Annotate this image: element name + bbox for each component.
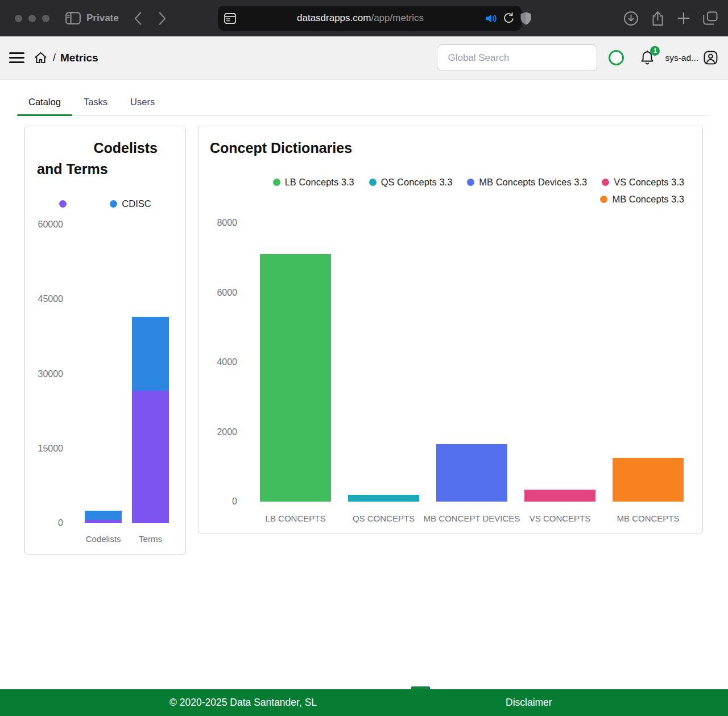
- y-axis-tick: 8000: [217, 218, 237, 228]
- legend-dot-icon: [59, 200, 67, 208]
- legend-dot-icon: [467, 179, 474, 186]
- tab-catalog[interactable]: Catalog: [17, 89, 72, 115]
- bar-column: [85, 511, 122, 523]
- toolbar-right: [623, 0, 718, 36]
- codelists-terms-card: Codelists and Terms CDISC 60000450003000…: [24, 126, 186, 554]
- downloads-icon[interactable]: [623, 11, 639, 26]
- legend-dot-icon: [369, 179, 377, 186]
- y-axis-tick: 60000: [38, 220, 64, 230]
- page: { "browser": { "private_label": "Private…: [0, 0, 728, 716]
- close-window-icon[interactable]: [15, 15, 22, 22]
- url-host: datasdrapps.com: [297, 13, 371, 23]
- legend-item[interactable]: QS Concepts 3.3: [369, 177, 453, 188]
- y-axis-tick: 4000: [217, 357, 237, 367]
- audio-playing-icon[interactable]: [485, 13, 497, 24]
- username-label: sys-ad...: [665, 53, 698, 63]
- share-icon[interactable]: [651, 11, 664, 26]
- bar-segment[interactable]: [132, 391, 169, 523]
- global-search-input[interactable]: [437, 44, 597, 71]
- notifications-button[interactable]: 1: [640, 50, 655, 66]
- legend-dot-icon: [600, 196, 607, 203]
- legend-item[interactable]: [59, 200, 67, 208]
- legend-label: QS Concepts 3.3: [381, 177, 453, 188]
- page-settings-icon[interactable]: [224, 13, 236, 24]
- privacy-shield-icon[interactable]: [520, 11, 532, 26]
- footer: © 2020-2025 Data Santander, SL Disclaime…: [0, 689, 728, 716]
- private-browsing-badge: Private: [86, 13, 119, 24]
- url-path: /app/metrics: [371, 13, 424, 23]
- bar-column: [260, 254, 331, 502]
- forward-icon[interactable]: [158, 11, 167, 26]
- person-icon: [704, 51, 718, 65]
- bar-segment[interactable]: [85, 511, 122, 520]
- minimize-window-icon[interactable]: [28, 15, 36, 22]
- home-icon[interactable]: [34, 51, 47, 64]
- y-axis-tick: 15000: [38, 444, 64, 454]
- chart-title: Codelists and Terms: [37, 138, 158, 180]
- window-controls[interactable]: [15, 15, 49, 22]
- y-axis-tick: 0: [58, 518, 63, 528]
- legend-label: LB Concepts 3.3: [285, 177, 354, 188]
- sidebar-toggle-icon[interactable]: [65, 12, 81, 24]
- bar-column: [348, 495, 419, 502]
- zoom-window-icon[interactable]: [42, 15, 49, 22]
- legend-item[interactable]: LB Concepts 3.3: [273, 177, 354, 188]
- legend-item[interactable]: VS Concepts 3.3: [602, 177, 684, 188]
- bar[interactable]: [613, 458, 684, 502]
- menu-icon[interactable]: [9, 49, 24, 66]
- y-axis-tick: 45000: [38, 294, 64, 304]
- bar-column: [613, 458, 684, 502]
- browser-chrome: Private datasdrapps.com/app/metrics: [0, 0, 728, 36]
- reload-icon[interactable]: [503, 12, 515, 24]
- tab-tasks[interactable]: Tasks: [72, 89, 119, 115]
- user-avatar-button[interactable]: [702, 49, 719, 67]
- legend-label: CDISC: [122, 198, 151, 209]
- x-axis-label: Codelists: [85, 534, 122, 544]
- x-axis-label: QS CONCEPTS: [348, 514, 419, 523]
- plot-area: [245, 223, 692, 502]
- x-axis-label: LB CONCEPTS: [260, 514, 331, 523]
- address-bar[interactable]: datasdrapps.com/app/metrics: [218, 6, 522, 31]
- bar[interactable]: [260, 254, 331, 502]
- x-axis-label: MB CONCEPT DEVICES: [436, 514, 507, 523]
- x-axis-label: MB CONCEPTS: [613, 514, 684, 523]
- y-axis-tick: 2000: [217, 427, 237, 437]
- codelists-terms-chart: 600004500030000150000 CodelistsTerms: [34, 225, 176, 544]
- legend-label: MB Concepts 3.3: [612, 194, 684, 205]
- url-display[interactable]: datasdrapps.com/app/metrics: [236, 13, 485, 24]
- loading-spinner-icon: [609, 50, 624, 65]
- plot-area: [85, 225, 176, 523]
- bar-column: [524, 490, 595, 502]
- x-axis: CodelistsTerms: [85, 534, 176, 544]
- tab-overview-icon[interactable]: [703, 11, 718, 25]
- y-axis: 600004500030000150000: [34, 225, 63, 523]
- back-icon[interactable]: [134, 11, 142, 26]
- legend-label: MB Concepts Devices 3.3: [479, 177, 587, 188]
- concept-dictionaries-card: Concept Dictionaries LB Concepts 3.3QS C…: [198, 126, 703, 533]
- x-axis-label: Terms: [132, 534, 169, 544]
- legend-item[interactable]: MB Concepts 3.3: [600, 194, 684, 205]
- bar-segment[interactable]: [132, 317, 169, 391]
- legend-item[interactable]: CDISC: [110, 198, 151, 209]
- tab-users[interactable]: Users: [119, 89, 166, 115]
- chart-title: Concept Dictionaries: [210, 140, 352, 156]
- concept-dictionaries-chart: 80006000400020000 LB CONCEPTSQS CONCEPTS…: [208, 223, 692, 523]
- bar[interactable]: [348, 495, 419, 502]
- legend-dot-icon: [110, 200, 117, 208]
- y-axis: 80006000400020000: [208, 223, 237, 502]
- chart-legend: LB Concepts 3.3QS Concepts 3.3MB Concept…: [210, 177, 684, 205]
- legend-dot-icon: [273, 179, 280, 186]
- bar[interactable]: [436, 444, 507, 502]
- y-axis-tick: 6000: [217, 288, 237, 298]
- new-tab-icon[interactable]: [677, 11, 690, 25]
- page-title: Metrics: [60, 52, 98, 64]
- bar-column: [132, 317, 169, 523]
- notification-badge: 1: [650, 46, 660, 56]
- legend-item[interactable]: MB Concepts Devices 3.3: [467, 177, 587, 188]
- x-axis-label: VS CONCEPTS: [524, 514, 595, 523]
- legend-label: VS Concepts 3.3: [614, 177, 684, 188]
- disclaimer-link[interactable]: Disclaimer: [506, 689, 552, 716]
- bar-segment[interactable]: [85, 520, 122, 523]
- legend-dot-icon: [602, 179, 609, 186]
- bar[interactable]: [524, 490, 595, 502]
